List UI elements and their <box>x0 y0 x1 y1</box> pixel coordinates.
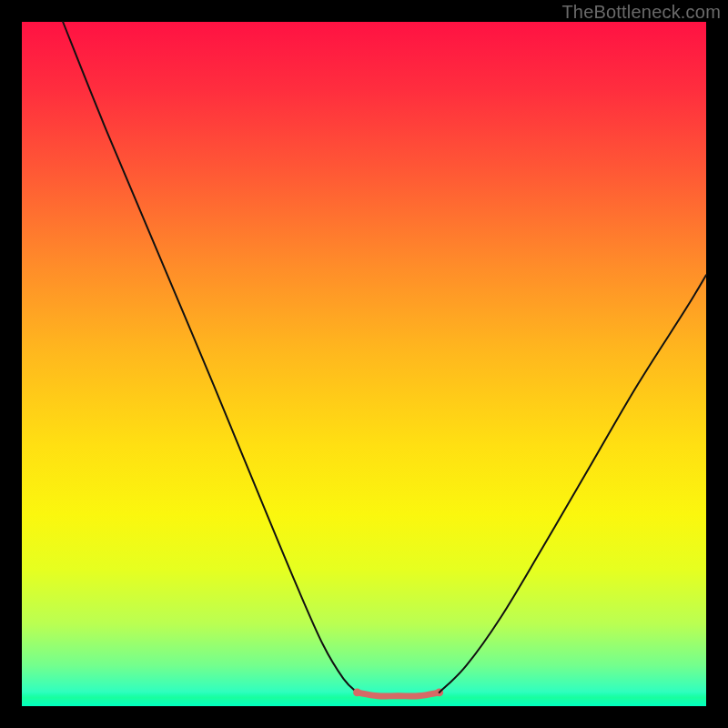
series-left-branch <box>63 22 357 693</box>
watermark-text: TheBottleneck.com <box>561 2 721 23</box>
series-floor-endcap <box>353 689 361 697</box>
series-floor <box>357 693 439 696</box>
chart-frame: TheBottleneck.com <box>0 0 728 728</box>
plot-area <box>22 22 706 706</box>
bottleneck-curve <box>22 22 706 706</box>
series-right-branch <box>440 275 706 693</box>
